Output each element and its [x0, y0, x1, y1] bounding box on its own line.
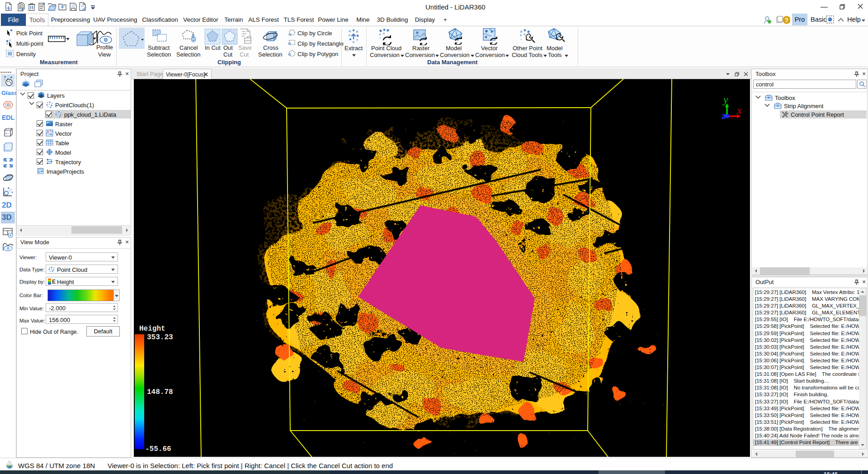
svg-text:353.23: 353.23 [147, 333, 173, 341]
svg-text:x: x [736, 104, 742, 116]
svg-text:148.78: 148.78 [147, 388, 173, 396]
svg-text:-55.66: -55.66 [145, 445, 171, 453]
svg-text:y: y [722, 94, 728, 105]
svg-text:?: ? [785, 17, 788, 24]
svg-text:Height: Height [139, 325, 165, 333]
